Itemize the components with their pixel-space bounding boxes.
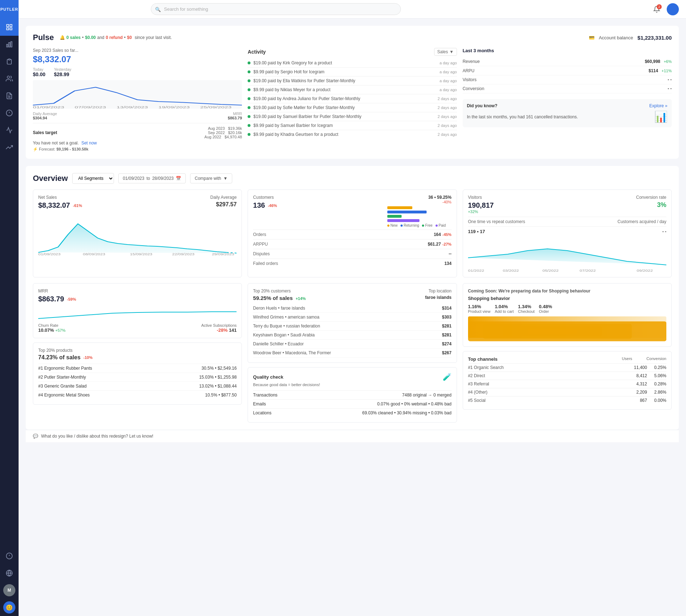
sidebar-item-payments[interactable] (0, 104, 19, 122)
svg-text:29/09/2023: 29/09/2023 (212, 252, 234, 256)
pulse-sales-count: 0 sales (66, 35, 81, 40)
notifications-button[interactable]: 2 (651, 4, 662, 15)
quality-header: Quality check 🧪 (253, 373, 451, 381)
set-now-button[interactable]: Set now (81, 141, 97, 146)
mrr-card: MRR $863.79 -59% Churn Rate (33, 283, 242, 338)
conversion-rate-col: Conversion rate 3% (636, 195, 666, 209)
target-note: You have not set a goal. Set now (33, 141, 242, 146)
shop-metric-cart: 1.04% Add to cart (495, 304, 514, 314)
list-item: $19.00 paid by Sofie Møller for Putler S… (248, 103, 457, 112)
customers-header: Customers 136 -46% 36 • 59.25% -40% (253, 195, 451, 227)
feedback-bar: 💬 What do you like / dislike about this … (26, 430, 679, 442)
user-avatar[interactable] (667, 3, 679, 15)
topbar: 🔍 2 (19, 0, 686, 19)
svg-rect-0 (7, 25, 9, 27)
top-location: Top location faroe islands (425, 289, 452, 301)
sidebar-item-customers[interactable] (0, 70, 19, 87)
activity-filter-button[interactable]: Sales ▼ (434, 48, 457, 56)
date-to: 28/09/2023 (152, 176, 174, 181)
forecast-row: ⚡ Forecast: $9,196 - $130.58k (33, 147, 242, 152)
churn-item: Churn Rate 10.07% +57% (38, 323, 65, 333)
sidebar-item-trends[interactable] (0, 139, 19, 156)
sidebar-avatar-m[interactable]: M (0, 582, 19, 599)
shop-metric-product: 1.16% Product view (468, 304, 491, 314)
product-value: 10.5% • $877.50 (205, 393, 237, 398)
svg-text:08/09/2023: 08/09/2023 (83, 252, 105, 256)
sidebar-item-globe[interactable] (0, 565, 19, 582)
product-name: #4 Ergonomic Metal Shoes (38, 393, 90, 398)
quality-check-card: Quality check 🧪 Because good data = bett… (248, 367, 457, 423)
activity-dot (248, 61, 250, 64)
quality-locations-row: Locations 69.03% cleaned • 30.94% missin… (253, 408, 451, 417)
forecast-label: Forecast: (39, 147, 55, 151)
search-icon: 🔍 (155, 6, 161, 12)
balance-icon: 💳 (589, 35, 595, 40)
overview-bottom-grid: MRR $863.79 -59% Churn Rate (33, 283, 672, 423)
arppu-row: ARPPU $61.27 -27% (253, 239, 451, 249)
didyouknow-header: Did you know? Explore » (467, 103, 667, 108)
visitors-label: Visitors (463, 77, 477, 82)
last3-title: Last 3 months (463, 48, 672, 53)
svg-text:07/2022: 07/2022 (580, 269, 596, 272)
channels-col1: Users (622, 356, 632, 362)
conversion-row: Conversion - - (463, 84, 672, 93)
list-item: #1 Organic Search 11,400 0.25% (468, 363, 666, 371)
today-label: Today (33, 67, 45, 72)
conversion-value: - - (668, 86, 672, 91)
svg-text:15/09/2023: 15/09/2023 (130, 252, 152, 256)
list-item: #2 Putler Starter-Monthly 15.03% • $1,25… (38, 373, 237, 381)
svg-rect-4 (7, 44, 8, 47)
customers-change: -46% (268, 203, 277, 208)
explore-link[interactable]: Explore » (649, 103, 667, 108)
disputes-label: Disputes (253, 251, 270, 256)
right-bottom-col: Coming Soon: We're preparing data for Sh… (463, 283, 672, 423)
svg-rect-38 (527, 329, 577, 334)
quality-transactions-label: Transactions (253, 393, 277, 398)
forecast-icon: ⚡ (33, 147, 38, 151)
sidebar-item-pin[interactable] (0, 547, 19, 565)
conversion-rate-label: Conversion rate (636, 195, 666, 200)
activity-text: $19.00 paid by Samuel Barbier for Putler… (253, 114, 438, 119)
date-range-picker[interactable]: 01/09/2023 to 28/09/2023 📅 (118, 173, 186, 183)
list-item: #5 Social 867 0.00% (468, 396, 666, 404)
svg-text:22/09/2023: 22/09/2023 (172, 252, 194, 256)
top-location-label: Top location (425, 289, 452, 294)
list-item: #2 Direct 8,412 5.06% (468, 371, 666, 380)
app-logo: PUTLER (0, 0, 19, 19)
activity-text: $9.99 paid by Sergio Holt for Icegram (253, 69, 439, 74)
svg-rect-2 (7, 28, 9, 30)
channels-label: Top channels (468, 356, 498, 362)
coming-soon-label: Coming Soon: We're preparing data for Sh… (468, 289, 666, 294)
sidebar-item-analytics[interactable] (0, 36, 19, 53)
activity-list: $19.00 paid by Kirk Gregory for a produc… (248, 59, 457, 139)
target-rows: Aug 2023 $19.36k Sep 2022 $20.16k Aug 20… (204, 126, 242, 139)
sidebar-avatar-user[interactable]: 😊 (0, 599, 19, 616)
activity-text: $19.00 paid by Sofie Møller for Putler S… (253, 105, 438, 110)
sidebar-item-dashboard[interactable] (0, 19, 19, 36)
search-input[interactable] (151, 3, 401, 15)
segment-select[interactable]: All Segments (72, 173, 114, 184)
disputes-row: Disputes -- (253, 249, 451, 258)
compare-with-button[interactable]: Compare with ▼ (190, 173, 232, 183)
channel-users: 4,312 (636, 381, 647, 386)
pulse-period: Sep 2023 Sales so far... (33, 48, 242, 53)
revenue-change: +6% (664, 59, 672, 64)
acquired-value: - - (662, 229, 666, 234)
channels-header: Top channels Users Conversion (468, 356, 666, 362)
arppu-change: -27% (442, 242, 452, 246)
sidebar-item-charts[interactable] (0, 122, 19, 139)
sidebar-item-orders[interactable] (0, 53, 19, 70)
main-content: 🔍 2 Pulse 🔔 0 sales • $0.00 and 0 (19, 0, 686, 616)
sidebar-item-reports[interactable] (0, 87, 19, 104)
activity-dot (248, 97, 250, 100)
channel-users: 11,400 (634, 365, 647, 370)
pulse-balance-area: 💳 Account balance $1,223,331.00 (589, 35, 672, 41)
list-item: $9.99 paid by Sergio Holt for Icegram a … (248, 68, 457, 77)
active-sub-value: -28% 141 (217, 327, 237, 333)
list-item: $19.00 paid by Ella Watkins for Putler S… (248, 77, 457, 85)
list-item: $9.99 paid by Niklas Meyer for a product… (248, 85, 457, 94)
content-area: Pulse 🔔 0 sales • $0.00 and 0 refund • $… (19, 19, 686, 449)
sales-target: Sales target Aug 2023 $19.36k Sep 2022 $… (33, 123, 242, 152)
shopping-behavior-title: Shopping behavior (468, 296, 666, 301)
disputes-value: -- (449, 251, 452, 256)
